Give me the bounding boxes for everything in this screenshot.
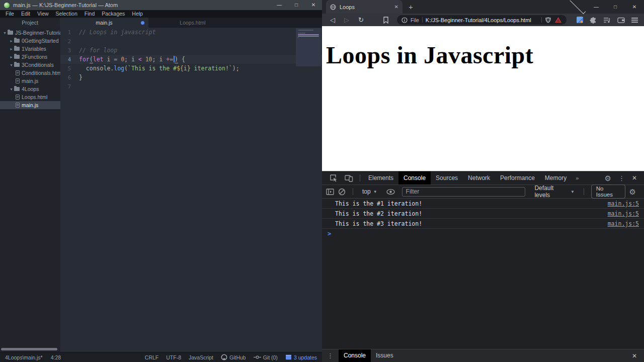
tree-item-2functions[interactable]: ▸2Functions <box>0 53 60 61</box>
drawer-tab-console[interactable]: Console <box>339 349 371 362</box>
atom-close-button[interactable]: ✕ <box>305 0 322 10</box>
drawer-tab-issues[interactable]: Issues <box>371 349 398 362</box>
clear-console-icon[interactable] <box>338 188 346 196</box>
status-3-updates[interactable]: 3 updates <box>285 354 317 360</box>
code-line-6[interactable]: 6} <box>60 73 322 82</box>
drawer-kebab-menu-icon[interactable]: ⋮ <box>322 352 339 359</box>
site-info-icon[interactable] <box>401 17 408 23</box>
browser-maximize-button[interactable]: □ <box>606 4 625 10</box>
log-levels-selector[interactable]: Default levels ▼ <box>532 185 576 199</box>
console-message-text: This is the #3 iteration! <box>335 219 422 228</box>
minimap[interactable] <box>296 28 321 66</box>
source-link[interactable]: main.js:5 <box>608 199 644 208</box>
status-crlf[interactable]: CRLF <box>145 354 158 360</box>
devtools-close-icon[interactable]: ✕ <box>632 174 637 182</box>
address-bar[interactable]: File K:/JS-Beginner-Tutorial/4Loops/Loop… <box>397 15 567 25</box>
brave-shield-icon[interactable] <box>545 17 551 24</box>
browser-menu-icon[interactable] <box>631 17 638 24</box>
more-tabs-button[interactable]: » <box>572 175 583 181</box>
status-javascript[interactable]: JavaScript <box>189 354 213 360</box>
devtools-tab-elements[interactable]: Elements <box>363 171 398 185</box>
devtools-tab-performance[interactable]: Performance <box>495 171 540 185</box>
devtools-tab-network[interactable]: Network <box>463 171 495 185</box>
code-token: for <box>79 56 90 63</box>
tree-item-loops-html[interactable]: Loops.html <box>0 93 60 101</box>
console-message-text: This is the #1 iteration! <box>335 199 422 208</box>
menu-view[interactable]: View <box>34 10 52 18</box>
tree-horizontal-scrollbar[interactable] <box>1 348 57 350</box>
console-filter-input[interactable] <box>402 187 526 197</box>
tree-item-4loops[interactable]: ▾4Loops <box>0 85 60 93</box>
status-item-label: UTF-8 <box>166 354 181 360</box>
console-settings-icon[interactable]: ⚙ <box>629 188 640 196</box>
tree-item-conditionals-html[interactable]: Conditionals.html <box>0 69 60 77</box>
atom-minimize-button[interactable]: — <box>271 0 288 10</box>
menu-selection[interactable]: Selection <box>52 10 81 18</box>
atom-maximize-button[interactable]: □ <box>288 0 305 10</box>
code-line-7[interactable]: 7 <box>60 82 322 91</box>
tree-item-main-js[interactable]: main.js <box>0 77 60 85</box>
playlist-icon[interactable] <box>603 17 611 23</box>
menu-help[interactable]: Help <box>128 10 146 18</box>
menu-file[interactable]: File <box>2 10 18 18</box>
forward-button[interactable]: ▷ <box>341 16 352 24</box>
devtools-kebab-menu-icon[interactable]: ⋮ <box>618 174 625 182</box>
devtools-settings-icon[interactable]: ⚙ <box>604 174 611 182</box>
code-line-5[interactable]: 5 console.log(`This is the #${i} iterati… <box>60 64 322 73</box>
tree-item-js-beginner-tutorial[interactable]: ▾JS-Beginner-Tutorial <box>0 29 60 37</box>
extension-icon[interactable] <box>577 17 583 23</box>
tab-search-icon[interactable] <box>568 4 587 10</box>
inspect-element-icon[interactable] <box>326 174 341 182</box>
browser-minimize-button[interactable]: — <box>587 4 606 10</box>
code-line-3[interactable]: 3// for loop <box>60 46 322 55</box>
code-line-2[interactable]: 2 <box>60 37 322 46</box>
console-sidebar-icon[interactable] <box>326 189 334 195</box>
editor-tab-loops-html[interactable]: Loops.html <box>148 18 237 28</box>
extension-warning-triangle-icon[interactable] <box>554 17 562 23</box>
source-link[interactable]: main.js:5 <box>608 219 644 228</box>
menu-find[interactable]: Find <box>81 10 98 18</box>
chevron-down-icon[interactable]: ▾ <box>9 63 14 67</box>
code-editor[interactable]: 1// Loops in javascript23// for loop4for… <box>60 28 322 352</box>
context-selector[interactable]: top ▼ <box>360 188 379 195</box>
live-expression-eye-icon[interactable] <box>386 189 395 195</box>
status-utf-8[interactable]: UTF-8 <box>166 354 181 360</box>
devtools-tab-memory[interactable]: Memory <box>540 171 572 185</box>
back-button[interactable]: ◁ <box>327 16 338 24</box>
status-git-0-[interactable]: Git (0) <box>254 354 278 360</box>
code-line-4[interactable]: 4for(let i = 0; i < 10; i +=) { <box>60 55 322 64</box>
chevron-down-icon[interactable]: ▾ <box>9 87 14 92</box>
status-github[interactable]: GitHub <box>221 354 246 360</box>
browser-close-button[interactable]: ✕ <box>625 4 644 10</box>
tab-close-icon[interactable]: ✕ <box>394 4 398 10</box>
bookmark-icon[interactable] <box>383 17 389 24</box>
chevron-down-icon[interactable]: ▾ <box>3 31 7 35</box>
new-tab-button[interactable]: + <box>403 0 419 14</box>
menu-edit[interactable]: Edit <box>18 10 34 18</box>
reload-button[interactable]: ↻ <box>355 16 367 24</box>
drawer-close-icon[interactable]: ✕ <box>632 352 644 359</box>
source-link[interactable]: main.js:5 <box>608 209 644 218</box>
code-token: += <box>166 56 173 63</box>
browser-tab-loops[interactable]: Loops ✕ <box>326 0 403 14</box>
code-line-1[interactable]: 1// Loops in javascript <box>60 28 322 37</box>
console-prompt[interactable]: > <box>322 229 644 239</box>
tree-item-3conditionals[interactable]: ▾3Conditionals <box>0 61 60 69</box>
menu-packages[interactable]: Packages <box>98 10 128 18</box>
chevron-right-icon[interactable]: ▸ <box>9 39 14 43</box>
devtools-tab-console[interactable]: Console <box>398 171 431 185</box>
no-issues-button[interactable]: No Issues <box>591 185 625 199</box>
project-panel-tab[interactable]: Project <box>0 18 60 28</box>
devtools-tab-sources[interactable]: Sources <box>431 171 463 185</box>
tree-item-main-js[interactable]: main.js <box>0 101 60 109</box>
browser-extension-icons <box>577 17 639 24</box>
chevron-right-icon[interactable]: ▸ <box>9 47 14 51</box>
editor-tab-main-js[interactable]: main.js <box>60 18 148 28</box>
tree-item-0gettingstarted[interactable]: ▸0GettingStarted <box>0 37 60 45</box>
extensions-puzzle-icon[interactable] <box>590 17 597 24</box>
console-messages: This is the #1 iteration!main.js:5This i… <box>322 199 644 229</box>
tree-item-1variables[interactable]: ▸1Variables <box>0 45 60 53</box>
device-toolbar-icon[interactable] <box>341 174 357 182</box>
wallet-icon[interactable] <box>617 17 625 23</box>
chevron-right-icon[interactable]: ▸ <box>9 55 14 59</box>
